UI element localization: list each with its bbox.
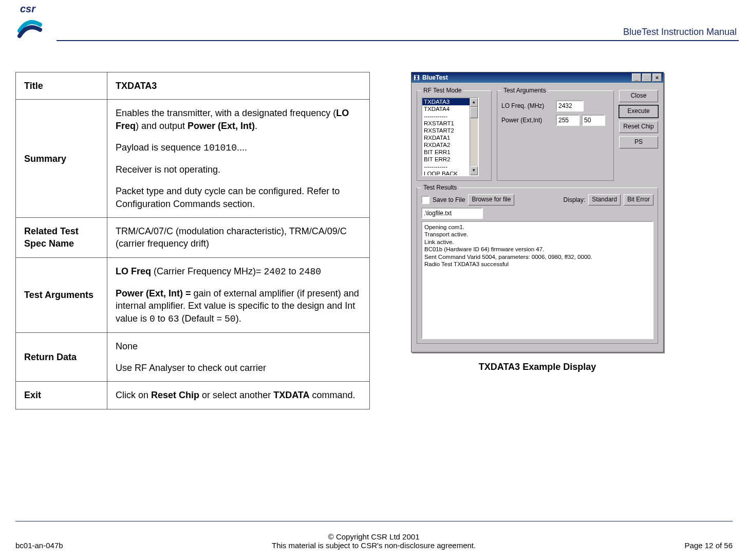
power-int-input[interactable]: 50 (582, 115, 605, 126)
list-item[interactable]: RXSTART2 (422, 127, 470, 134)
footer-nda: This material is subject to CSR's non-di… (63, 541, 685, 550)
ps-button[interactable]: PS (619, 136, 658, 148)
rf-mode-listbox[interactable]: TXDATA3 TXDATA4 ------------ RXSTART1 RX… (421, 97, 479, 176)
svg-text:csr: csr (20, 3, 36, 14)
exit-label: Exit (16, 382, 107, 409)
related-label: Related Test Spec Name (16, 218, 107, 258)
close-button[interactable]: Close (619, 90, 658, 102)
test-results-group: Test Results Save to File Browse for fil… (417, 184, 658, 344)
test-results-legend: Test Results (421, 184, 459, 191)
list-item[interactable]: TXDATA3 (422, 98, 470, 105)
footer-copyright: © Copyright CSR Ltd 2001 (63, 532, 685, 541)
browse-button[interactable]: Browse for file (468, 194, 514, 206)
list-item[interactable]: RXDATA1 (422, 134, 470, 141)
header-divider (57, 40, 739, 41)
return-label: Return Data (16, 332, 107, 382)
list-item[interactable]: RXDATA2 (422, 141, 470, 148)
close-icon[interactable]: × (652, 73, 662, 82)
window-title: BlueTest (422, 74, 448, 81)
logfile-path-input[interactable]: .\logfile.txt (421, 208, 483, 219)
minimize-icon[interactable]: _ (632, 73, 641, 82)
args-value: LO Freq (Carrier Frequency MHz)= 2402 to… (107, 257, 370, 332)
table-row: Test Arguments LO Freq (Carrier Frequenc… (16, 257, 370, 332)
spec-table: Title TXDATA3 Summary Enables the transm… (15, 72, 370, 409)
list-item[interactable]: ------------ (422, 163, 470, 170)
title-value: TXDATA3 (107, 72, 370, 100)
return-value: None Use RF Analyser to check out carrie… (107, 332, 370, 382)
list-item[interactable]: LOOP BACK (422, 170, 470, 176)
table-row: Title TXDATA3 (16, 72, 370, 100)
list-item[interactable]: ------------ (422, 113, 470, 120)
scroll-thumb[interactable] (470, 107, 478, 118)
list-item[interactable]: RXSTART1 (422, 120, 470, 127)
maximize-icon[interactable]: □ (642, 73, 651, 82)
table-row: Related Test Spec Name TRM/CA/07/C (modu… (16, 218, 370, 258)
summary-label: Summary (16, 100, 107, 218)
lo-freq-label: LO Freq. (MHz) (501, 102, 554, 109)
list-item[interactable]: BIT ERR2 (422, 156, 470, 163)
power-ext-input[interactable]: 255 (556, 115, 579, 126)
table-row: Exit Click on Reset Chip or select anoth… (16, 382, 370, 409)
footer-page-number: Page 12 of 56 (685, 541, 733, 550)
table-row: Summary Enables the transmitter, with a … (16, 100, 370, 218)
test-arguments-legend: Test Arguments (501, 87, 548, 94)
app-icon (413, 74, 420, 81)
listbox-scrollbar[interactable]: ▴ ▾ (470, 98, 478, 175)
display-biterror-button[interactable]: Bit Error (624, 194, 653, 206)
results-textarea[interactable]: Opening com1. Transport active. Link act… (421, 221, 653, 339)
footer-divider (15, 521, 733, 521)
header-doc-title: BlueTest Instruction Manual (623, 27, 737, 38)
table-row: Return Data None Use RF Analyser to chec… (16, 332, 370, 382)
rf-test-mode-group: RF Test Mode TXDATA3 TXDATA4 -----------… (417, 87, 492, 181)
scroll-down-icon[interactable]: ▾ (470, 166, 478, 175)
exit-value: Click on Reset Chip or select another TX… (107, 382, 370, 409)
save-to-file-checkbox[interactable] (421, 196, 429, 204)
display-standard-button[interactable]: Standard (588, 194, 621, 206)
reset-chip-button[interactable]: Reset Chip (619, 121, 658, 133)
rf-test-mode-legend: RF Test Mode (421, 87, 463, 94)
save-to-file-label: Save to File (433, 196, 465, 203)
summary-value: Enables the transmitter, with a designat… (107, 100, 370, 218)
related-value: TRM/CA/07/C (modulation characteristic),… (107, 218, 370, 258)
page-footer: bc01-an-047b © Copyright CSR Ltd 2001 Th… (15, 532, 733, 550)
figure-caption: TXDATA3 Example Display (411, 362, 664, 372)
title-label: Title (16, 72, 107, 100)
args-label: Test Arguments (16, 257, 107, 332)
execute-button[interactable]: Execute (619, 105, 658, 118)
scroll-up-icon[interactable]: ▴ (470, 98, 478, 107)
list-item[interactable]: TXDATA4 (422, 105, 470, 113)
test-arguments-group: Test Arguments LO Freq. (MHz) 2432 Power… (497, 87, 614, 181)
titlebar[interactable]: BlueTest _ □ × (412, 72, 663, 83)
bluetest-window: BlueTest _ □ × RF Test Mode TXDATA3 TXDA… (411, 72, 664, 352)
footer-doc-id: bc01-an-047b (15, 541, 63, 550)
csr-logo: csr (9, 2, 46, 39)
list-item[interactable]: BIT ERR1 (422, 148, 470, 156)
power-label: Power (Ext,Int) (501, 117, 554, 124)
display-label: Display: (564, 196, 586, 203)
lo-freq-input[interactable]: 2432 (556, 100, 584, 111)
